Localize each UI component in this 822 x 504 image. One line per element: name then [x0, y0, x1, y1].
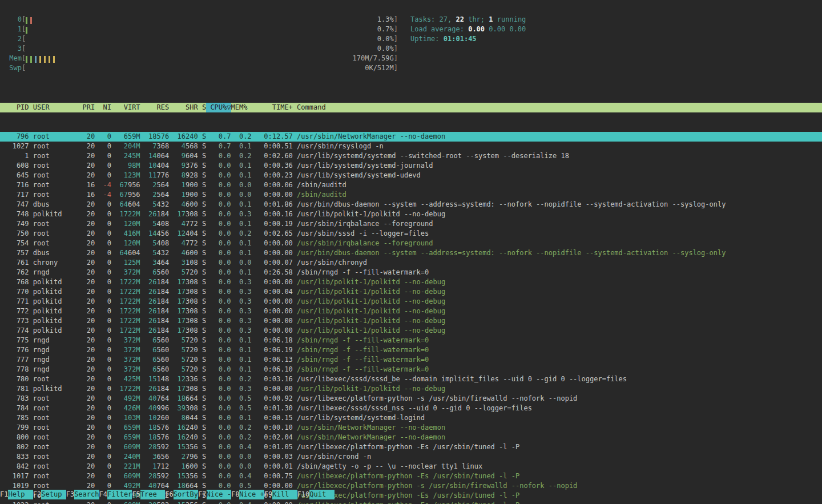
percent-value: 0.0 [219, 181, 231, 189]
mem-value: 425M [124, 375, 140, 383]
mem-value: 204M [124, 142, 140, 150]
cell-mem: 0.1 [231, 355, 252, 365]
column-header-res[interactable]: RES [140, 103, 170, 112]
process-row-781[interactable]: 781polkitd2001722M2618417308S0.00.30:00.… [0, 384, 822, 394]
cell-cpu: 0.7 [206, 142, 231, 151]
cell-res: 28592 [140, 501, 170, 504]
fn-action-label: Nice + [239, 490, 264, 499]
cell-pid: 772 [0, 307, 29, 316]
column-header-pid[interactable]: PID [0, 103, 29, 112]
mem-value-kb: 576 [156, 424, 169, 432]
mem-value-mb: 8 [182, 414, 186, 422]
cell-user: root [29, 404, 79, 413]
fn-key-label: F10 [297, 490, 310, 499]
process-row-772[interactable]: 772polkitd2001722M2618417308S0.00.30:00.… [0, 307, 822, 316]
cell-pri: 20 [78, 151, 95, 161]
cell-mem: 0.0 [231, 258, 252, 268]
process-row-645[interactable]: 645root200123M117768928S0.00.10:00.23/us… [0, 171, 822, 180]
process-row-749[interactable]: 749root200120M54084772S0.00.10:00.19/usr… [0, 219, 822, 229]
column-header-command[interactable]: Command [293, 103, 822, 112]
meter-value: 1.3% [377, 15, 394, 25]
process-row-774[interactable]: 774polkitd2001722M2618417308S0.00.30:00.… [0, 326, 822, 336]
process-row-785[interactable]: 785root200103M102608044S0.00.10:00.15/us… [0, 413, 822, 423]
process-row-796[interactable]: 796root200659M1857616240S0.70.20:12.57/u… [0, 132, 822, 142]
process-row-776[interactable]: 776rngd200372M65605720S0.00.10:06.19/sbi… [0, 345, 822, 355]
column-header-mem[interactable]: MEM% [231, 103, 252, 112]
percent-value: 0.2 [239, 152, 252, 160]
fn-f10-quit[interactable]: F10Quit [297, 490, 335, 499]
process-row-747[interactable]: 747dbus2006460454324600S0.00.10:01.86/us… [0, 200, 822, 209]
fn-key-label: F1 [0, 490, 8, 499]
process-row-773[interactable]: 773polkitd2001722M2618417308S0.00.30:00.… [0, 316, 822, 326]
column-header-ni[interactable]: NI [95, 103, 111, 112]
percent-value: 0.0 [219, 200, 231, 208]
process-row-750[interactable]: 750root200416M1445612404S0.00.20:02.65/u… [0, 229, 822, 239]
fn-f9-kill[interactable]: F9Kill [264, 490, 297, 499]
mem-value-mb: 64 [119, 249, 127, 257]
fn-f1-help[interactable]: F1Help [0, 490, 33, 499]
mem-value-mb: 5 [182, 336, 186, 344]
process-row-783[interactable]: 783root200492M4076418664S0.00.50:00.92/u… [0, 394, 822, 404]
process-row-777[interactable]: 777rngd200372M65605720S0.00.10:06.13/sbi… [0, 355, 822, 365]
process-row-780[interactable]: 780root200425M1514812336S0.00.20:03.16/u… [0, 374, 822, 384]
fn-f7-nice[interactable]: F7Nice - [198, 490, 231, 499]
process-row-1[interactable]: 1root200245M140649604S0.00.20:02.60/usr/… [0, 151, 822, 161]
process-row-784[interactable]: 784root200426M4099639308S0.00.50:01.30/u… [0, 404, 822, 413]
cell-pri: 20 [78, 268, 95, 277]
fn-f8-nice[interactable]: F8Nice + [231, 490, 264, 499]
process-row-799[interactable]: 799root200659M1857616240S0.00.20:00.10/u… [0, 423, 822, 433]
mem-value-kb: 656 [156, 453, 169, 461]
process-row-762[interactable]: 762rngd200372M65605720S0.00.10:26.58/sbi… [0, 268, 822, 277]
fn-f3-search[interactable]: F3Search [66, 490, 99, 499]
cell-command: /usr/bin/dbus-daemon --system --address=… [293, 248, 822, 258]
process-row-833[interactable]: 833root200240M36562796S0.00.00:00.03/usr… [0, 452, 822, 462]
process-row-1022[interactable]: 1022root200609M2859215356S0.00.40:00.00/… [0, 501, 822, 504]
percent-value: 0.5 [239, 404, 252, 412]
mem-value-kb: 308 [186, 297, 198, 305]
process-row-775[interactable]: 775rngd200372M65605720S0.00.10:06.18/sbi… [0, 336, 822, 345]
cell-command: /sbin/rngd -f --fill-watermark=0 [293, 336, 822, 345]
column-header-shr[interactable]: SHR [169, 103, 198, 112]
fn-f2-setup[interactable]: F2Setup [33, 490, 66, 499]
cell-shr: 17308 [169, 316, 198, 326]
process-row-768[interactable]: 768polkitd2001722M2618417308S0.00.30:00.… [0, 277, 822, 287]
cell-s: S [198, 326, 206, 336]
percent-value: 0.0 [239, 191, 252, 199]
column-header-virt[interactable]: VIRT [111, 103, 140, 112]
cell-shr: 17308 [169, 326, 198, 336]
process-row-748[interactable]: 748polkitd2001722M2618417308S0.00.30:00.… [0, 209, 822, 219]
thread-command: /usr/lib/polkit-1/polkitd --no-debug [297, 317, 445, 325]
column-header-s[interactable]: S [198, 103, 206, 112]
process-row-754[interactable]: 754root200120M54084772S0.00.10:00.00/usr… [0, 239, 822, 248]
mem-value-kb: 184 [156, 326, 169, 334]
process-row-842[interactable]: 842root200221M17121600S0.00.00:00.01/sbi… [0, 462, 822, 471]
cell-s: S [198, 336, 206, 345]
process-row-757[interactable]: 757dbus2006460454324600S0.00.10:00.00/us… [0, 248, 822, 258]
column-header-user[interactable]: USER [29, 103, 79, 112]
process-row-1027[interactable]: 1027root200204M73684568S0.70.10:00.51/us… [0, 142, 822, 151]
cell-time: 0:00.00 [252, 277, 293, 287]
cell-time: 0:00.19 [252, 219, 293, 229]
process-row-717[interactable]: 717root16-46795625641900S0.00.00:00.00/s… [0, 190, 822, 200]
column-header-pri[interactable]: PRI [78, 103, 95, 112]
process-row-778[interactable]: 778rngd200372M65605720S0.00.10:06.10/sbi… [0, 365, 822, 374]
process-row-608[interactable]: 608root20098M104049376S0.00.10:00.36/usr… [0, 161, 822, 171]
process-row-770[interactable]: 770polkitd2001722M2618417308S0.00.30:00.… [0, 287, 822, 297]
cell-pri: 20 [78, 277, 95, 287]
fn-f4-filter[interactable]: F4Filter [99, 490, 132, 499]
cell-user: root [29, 161, 79, 171]
column-header-time[interactable]: TIME+ [252, 103, 293, 112]
cell-user: root [29, 239, 79, 248]
process-row-1017[interactable]: 1017root200609M2859215356S0.00.40:00.75/… [0, 471, 822, 481]
fn-key-label: F7 [198, 490, 206, 499]
column-header-cpu[interactable]: CPU%▽ [206, 103, 231, 112]
cell-res: 5432 [140, 200, 170, 209]
process-row-761[interactable]: 761chrony200125M34643108S0.00.00:00.07/u… [0, 258, 822, 268]
mem-value-kb: 664 [186, 394, 198, 402]
process-row-771[interactable]: 771polkitd2001722M2618417308S0.00.30:00.… [0, 297, 822, 307]
fn-f6-sortby[interactable]: F6SortBy [165, 490, 198, 499]
fn-f5-tree[interactable]: F5Tree [132, 490, 165, 499]
process-row-802[interactable]: 802root200609M2859215356S0.00.40:01.05/u… [0, 442, 822, 452]
process-row-716[interactable]: 716root16-46795625641900S0.00.00:00.06/s… [0, 180, 822, 190]
process-row-800[interactable]: 800root200659M1857616240S0.00.20:02.04/u… [0, 433, 822, 442]
